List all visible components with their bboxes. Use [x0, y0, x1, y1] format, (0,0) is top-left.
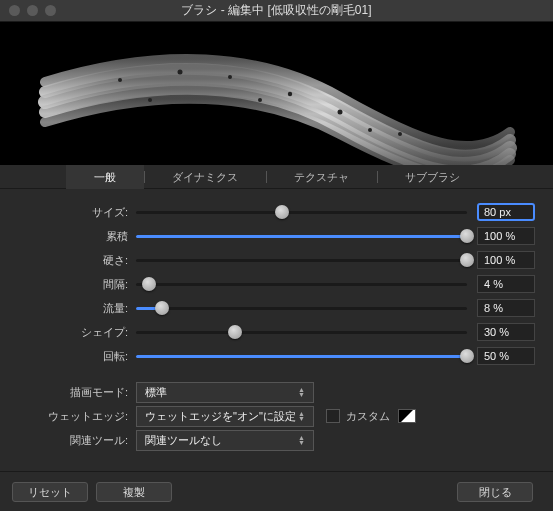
accum-input[interactable]: 100 % [477, 227, 535, 245]
shape-input[interactable]: 30 % [477, 323, 535, 341]
svg-point-4 [338, 110, 343, 115]
close-window-icon[interactable] [9, 5, 20, 16]
svg-point-5 [398, 132, 402, 136]
spacing-input[interactable]: 4 % [477, 275, 535, 293]
rotation-label: 回転: [18, 349, 136, 364]
flow-slider[interactable] [136, 299, 467, 317]
size-label: サイズ: [18, 205, 136, 220]
accum-slider[interactable] [136, 227, 467, 245]
tab-bar: 一般 ダイナミクス テクスチャ サブブラシ [0, 165, 553, 189]
drawmode-label: 描画モード: [18, 385, 136, 400]
wetedge-select[interactable]: ウェットエッジを"オン"に設定 ▲▼ [136, 406, 314, 427]
updown-icon: ▲▼ [298, 411, 305, 421]
shape-slider[interactable] [136, 323, 467, 341]
svg-point-8 [368, 128, 372, 132]
zoom-window-icon[interactable] [45, 5, 56, 16]
spacing-slider[interactable] [136, 275, 467, 293]
ramp-icon[interactable] [398, 409, 416, 423]
tab-dynamics[interactable]: ダイナミクス [144, 165, 266, 189]
size-input[interactable]: 80 px [477, 203, 535, 221]
svg-point-3 [288, 92, 292, 96]
flow-label: 流量: [18, 301, 136, 316]
drawmode-select[interactable]: 標準 ▲▼ [136, 382, 314, 403]
tool-label: 関連ツール: [18, 433, 136, 448]
hardness-slider[interactable] [136, 251, 467, 269]
tool-value: 関連ツールなし [145, 433, 222, 448]
brush-stroke-icon [0, 22, 553, 165]
window-controls [0, 5, 56, 16]
close-button[interactable]: 閉じる [457, 482, 533, 502]
svg-point-7 [258, 98, 262, 102]
window-title: ブラシ - 編集中 [低吸収性の剛毛01] [0, 2, 553, 19]
flow-input[interactable]: 8 % [477, 299, 535, 317]
svg-point-1 [178, 70, 183, 75]
svg-point-2 [228, 75, 232, 79]
rotation-input[interactable]: 50 % [477, 347, 535, 365]
rotation-slider[interactable] [136, 347, 467, 365]
size-slider[interactable] [136, 203, 467, 221]
wetedge-value: ウェットエッジを"オン"に設定 [145, 409, 296, 424]
accum-label: 累積 [18, 229, 136, 244]
panel-general: サイズ: 80 px 累積 100 % 硬さ: 100 % 間隔: 4 % 流量… [0, 189, 553, 449]
duplicate-button[interactable]: 複製 [96, 482, 172, 502]
footer: リセット 複製 閉じる [0, 471, 553, 511]
custom-checkbox[interactable] [326, 409, 340, 423]
brush-preview [0, 22, 553, 165]
tab-texture[interactable]: テクスチャ [266, 165, 377, 189]
reset-button[interactable]: リセット [12, 482, 88, 502]
drawmode-value: 標準 [145, 385, 167, 400]
spacing-label: 間隔: [18, 277, 136, 292]
updown-icon: ▲▼ [298, 387, 305, 397]
svg-point-0 [118, 78, 122, 82]
hardness-input[interactable]: 100 % [477, 251, 535, 269]
minimize-window-icon[interactable] [27, 5, 38, 16]
titlebar: ブラシ - 編集中 [低吸収性の剛毛01] [0, 0, 553, 22]
tab-general[interactable]: 一般 [66, 165, 144, 189]
hardness-label: 硬さ: [18, 253, 136, 268]
shape-label: シェイプ: [18, 325, 136, 340]
custom-label: カスタム [346, 409, 390, 424]
tool-select[interactable]: 関連ツールなし ▲▼ [136, 430, 314, 451]
updown-icon: ▲▼ [298, 435, 305, 445]
wetedge-label: ウェットエッジ: [18, 409, 136, 424]
svg-point-6 [148, 98, 152, 102]
tab-subbrush[interactable]: サブブラシ [377, 165, 488, 189]
